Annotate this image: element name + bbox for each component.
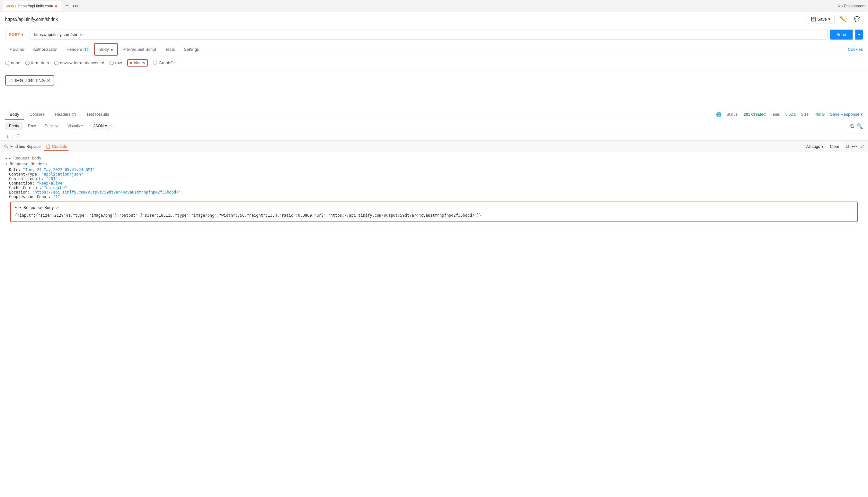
console-actions: All Logs ▾ Clear ⧉ ••• ⤢ bbox=[806, 143, 864, 151]
response-body-header: ▾ ▾ Response Body ⤢ bbox=[15, 205, 853, 210]
more-options-button[interactable]: ••• bbox=[852, 144, 857, 150]
tab-params[interactable]: Params bbox=[5, 44, 29, 55]
copy-button[interactable]: ⧉ bbox=[850, 123, 854, 129]
tab-pre-request[interactable]: Pre-request Script bbox=[118, 44, 161, 55]
view-toolbar: Pretty Raw Preview Visualize JSON ▾ ≡ ⧉ … bbox=[0, 120, 868, 132]
body-active-dot bbox=[111, 49, 113, 51]
send-dropdown-button[interactable]: ▾ bbox=[855, 30, 863, 40]
tab-item[interactable]: POST https://api.tinify.com/ bbox=[3, 1, 61, 11]
all-logs-dropdown[interactable]: All Logs ▾ bbox=[806, 144, 823, 149]
file-tag[interactable]: ⚠ IMG_2049.PNG ✕ bbox=[5, 75, 54, 86]
send-button[interactable]: Send bbox=[830, 30, 853, 40]
console-logs: ▸ ▸ Request Body ▾ Response Headers Date… bbox=[0, 152, 868, 227]
file-warning-icon: ⚠ bbox=[9, 78, 13, 83]
url-input[interactable] bbox=[30, 30, 827, 40]
tab-authorization[interactable]: Authorization bbox=[29, 44, 62, 55]
add-tab-button[interactable]: + bbox=[63, 3, 71, 9]
tab-settings[interactable]: Settings bbox=[179, 44, 203, 55]
save-button[interactable]: 💾 Save ▾ bbox=[807, 15, 835, 24]
response-tabs-bar: Body Cookies Headers (7) Test Results 🌐 … bbox=[0, 109, 868, 120]
console-compression-row: Compression-Count: "1" bbox=[9, 195, 863, 199]
size-label: Size: bbox=[801, 112, 810, 117]
tab-method: POST bbox=[7, 4, 16, 8]
time-value: 5.52 s bbox=[785, 112, 796, 117]
resp-tab-headers[interactable]: Headers (7) bbox=[50, 109, 80, 120]
console-content-length-row: Content-Length: "201" bbox=[9, 176, 863, 181]
option-form-data[interactable]: form-data bbox=[25, 60, 49, 65]
save-icon: 💾 bbox=[811, 17, 816, 22]
copy-console-button[interactable]: ⧉ bbox=[846, 144, 849, 150]
console-bar: 🔍 Find and Replace 📋 Console All Logs ▾ … bbox=[0, 141, 868, 152]
filter-icon[interactable]: ≡ bbox=[113, 123, 115, 129]
tab-bar: POST https://api.tinify.com/ + ••• No En… bbox=[0, 0, 868, 12]
status-code: 201 Created bbox=[744, 112, 766, 117]
file-area: ⚠ IMG_2049.PNG ✕ bbox=[0, 70, 868, 109]
file-name: IMG_2049.PNG bbox=[15, 78, 45, 83]
method-select[interactable]: POST ▾ bbox=[5, 30, 27, 39]
console-location-row: Location: "https://api.tinify.com/output… bbox=[9, 190, 863, 195]
tab-headers[interactable]: Headers (10) bbox=[62, 44, 94, 55]
edit-button[interactable]: ✏️ bbox=[837, 15, 849, 24]
find-replace[interactable]: 🔍 Find and Replace bbox=[4, 144, 41, 149]
time-label: Time: bbox=[771, 112, 780, 117]
option-raw[interactable]: raw bbox=[109, 60, 122, 65]
response-body-box: ▾ ▾ Response Body ⤢ {"input":{"size":212… bbox=[10, 201, 858, 222]
request-title: https://api.tinify.com/shrink bbox=[5, 17, 58, 22]
save-chevron: ▾ bbox=[828, 17, 830, 22]
visualize-button[interactable]: Visualize bbox=[63, 122, 87, 130]
console-content-type-row: Content-Type: "application/json" bbox=[9, 172, 863, 176]
tab-url: https://api.tinify.com/ bbox=[18, 4, 53, 8]
option-urlencoded[interactable]: x-www-form-urlencoded bbox=[54, 60, 104, 65]
cookies-link[interactable]: Cookies bbox=[848, 47, 863, 52]
status-bar: 🌐 Status: 201 Created Time: 5.52 s Size:… bbox=[716, 112, 863, 117]
file-remove-button[interactable]: ✕ bbox=[47, 78, 50, 83]
header-actions: 💾 Save ▾ ✏️ 💬 bbox=[807, 15, 863, 24]
tab-options-icon[interactable]: ••• bbox=[73, 3, 78, 9]
resp-tab-cookies[interactable]: Cookies bbox=[25, 109, 49, 120]
url-bar: POST ▾ Send ▾ bbox=[0, 26, 868, 43]
comment-button[interactable]: 💬 bbox=[851, 15, 863, 24]
triangle-icon: ▸ bbox=[5, 156, 8, 160]
external-link-icon[interactable]: ⤢ bbox=[56, 205, 59, 210]
body-options: none form-data x-www-form-urlencoded raw… bbox=[0, 56, 868, 70]
option-graphql[interactable]: GraphQL bbox=[153, 60, 176, 65]
request-tabs: Params Authorization Headers (10) Body P… bbox=[0, 43, 868, 56]
preview-button[interactable]: Preview bbox=[41, 122, 62, 130]
option-none[interactable]: none bbox=[5, 60, 20, 65]
format-select[interactable]: JSON ▾ bbox=[91, 122, 110, 130]
request-header: https://api.tinify.com/shrink 💾 Save ▾ ✏… bbox=[0, 12, 868, 26]
triangle-down-icon: ▾ bbox=[15, 205, 17, 210]
method-label: POST bbox=[9, 32, 20, 37]
expand-button[interactable]: ⤢ bbox=[860, 143, 864, 150]
resp-tab-body[interactable]: Body bbox=[5, 109, 24, 120]
request-body-header: ▸ ▸ Request Body bbox=[5, 156, 863, 160]
console-date-row: Date: "Tue, 24 May 2022 05:41:24 GMT" bbox=[9, 168, 863, 172]
search-icon: 🔍 bbox=[4, 144, 9, 149]
response-headers-header: ▾ Response Headers bbox=[5, 162, 863, 166]
tab-body[interactable]: Body bbox=[94, 43, 118, 56]
size-value: 460 B bbox=[815, 112, 825, 117]
resp-tab-test-results[interactable]: Test Results bbox=[82, 109, 114, 120]
line-numbers: 1 bbox=[0, 133, 13, 139]
method-chevron: ▾ bbox=[21, 32, 24, 37]
globe-icon: 🌐 bbox=[716, 112, 721, 117]
console-tab[interactable]: 📋 Console bbox=[44, 144, 69, 149]
response-body-content: {"input":{"size":2129441,"type":"image/p… bbox=[15, 213, 853, 218]
code-content: { bbox=[13, 133, 23, 139]
console-icon: 📋 bbox=[46, 144, 51, 149]
console-connection-row: Connection: "keep-alive" bbox=[9, 181, 863, 185]
save-response-button[interactable]: Save Response ▾ bbox=[830, 112, 863, 117]
search-button[interactable]: 🔍 bbox=[856, 123, 863, 129]
status-label: Status: bbox=[727, 112, 738, 117]
environment-selector[interactable]: No Environment bbox=[838, 4, 865, 8]
pretty-button[interactable]: Pretty bbox=[5, 122, 23, 130]
console-cache-control-row: Cache-Control: "no-cache" bbox=[9, 185, 863, 190]
tab-dot bbox=[55, 5, 57, 8]
option-binary[interactable]: binary bbox=[127, 59, 148, 67]
clear-button[interactable]: Clear bbox=[826, 143, 843, 151]
code-area: 1 { bbox=[0, 132, 868, 141]
toolbar-icons: ⧉ 🔍 bbox=[850, 123, 863, 129]
tab-tests[interactable]: Tests bbox=[161, 44, 179, 55]
binary-dot bbox=[130, 62, 132, 64]
raw-button[interactable]: Raw bbox=[24, 122, 40, 130]
